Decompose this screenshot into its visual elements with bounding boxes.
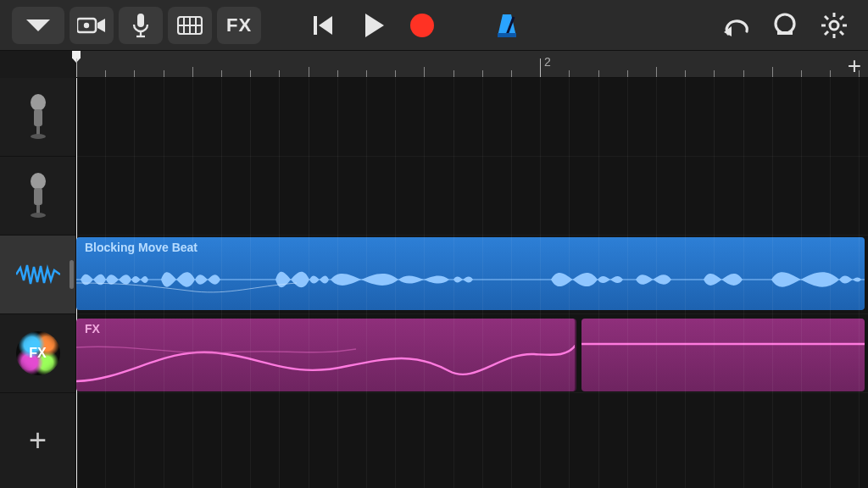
fx-region-2[interactable] (581, 319, 865, 391)
volume-handle[interactable] (70, 260, 74, 289)
waveform-graphic (76, 237, 865, 310)
track-headers: FX + (0, 78, 76, 488)
svg-rect-10 (314, 16, 317, 35)
svg-point-28 (31, 173, 46, 190)
svg-rect-25 (34, 109, 42, 126)
svg-line-22 (840, 16, 843, 19)
svg-rect-2 (137, 14, 144, 27)
microphone-icon (132, 13, 149, 38)
metronome-button[interactable] (485, 7, 529, 44)
undo-button[interactable] (714, 7, 758, 44)
microphone-icon (26, 94, 50, 140)
undo-icon (721, 14, 750, 36)
toolbar: FX (0, 0, 868, 51)
go-to-start-button[interactable] (302, 7, 346, 44)
svg-line-23 (825, 31, 828, 35)
svg-rect-14 (777, 31, 793, 35)
camera-icon (77, 16, 106, 35)
ruler[interactable]: + 2 (76, 51, 868, 78)
add-track-button[interactable]: + (0, 393, 75, 488)
svg-rect-12 (498, 33, 516, 37)
svg-point-27 (31, 134, 46, 139)
keyboard-grid-icon (177, 16, 203, 35)
gear-icon (821, 12, 848, 39)
track-header-4[interactable]: FX (0, 314, 75, 393)
automation-curve (76, 319, 576, 391)
play-icon (365, 14, 384, 37)
svg-point-1 (84, 22, 89, 27)
svg-rect-29 (34, 188, 42, 205)
svg-point-31 (31, 213, 46, 218)
svg-rect-26 (36, 126, 40, 135)
fx-panel-button[interactable]: FX (217, 7, 261, 44)
svg-rect-30 (36, 205, 40, 214)
fx-region-1[interactable]: FX (76, 319, 576, 391)
waveform-icon (16, 262, 60, 287)
track-header-3[interactable] (0, 236, 75, 314)
camera-input-button[interactable] (70, 7, 114, 44)
play-button[interactable] (351, 7, 395, 44)
fx-track-icon: FX (16, 331, 60, 375)
workspace: FX + Blocking Move Beat (0, 78, 868, 488)
record-button[interactable] (400, 7, 444, 44)
bar-label: 2 (544, 55, 551, 69)
audio-region[interactable]: Blocking Move Beat (76, 237, 865, 310)
track-header-1[interactable] (0, 78, 75, 157)
loop-icon (771, 12, 798, 39)
skip-back-icon (312, 14, 336, 37)
svg-point-13 (776, 14, 794, 33)
svg-line-20 (825, 16, 828, 19)
microphone-icon (26, 173, 50, 219)
automation-curve (581, 319, 865, 391)
track-lane-2[interactable] (76, 157, 868, 236)
svg-point-24 (31, 94, 46, 111)
loop-button[interactable] (763, 7, 807, 44)
metronome-icon (494, 12, 520, 39)
track-header-2[interactable] (0, 157, 75, 236)
track-lane-1[interactable] (76, 78, 868, 157)
svg-line-21 (840, 31, 843, 35)
settings-button[interactable] (812, 7, 856, 44)
svg-point-15 (830, 21, 838, 30)
chevron-down-icon (26, 19, 50, 31)
browser-dropdown-button[interactable] (12, 7, 64, 44)
record-icon (410, 14, 434, 37)
timeline[interactable]: Blocking Move Beat (76, 78, 868, 488)
keyboard-input-button[interactable] (168, 7, 212, 44)
microphone-input-button[interactable] (119, 7, 163, 44)
